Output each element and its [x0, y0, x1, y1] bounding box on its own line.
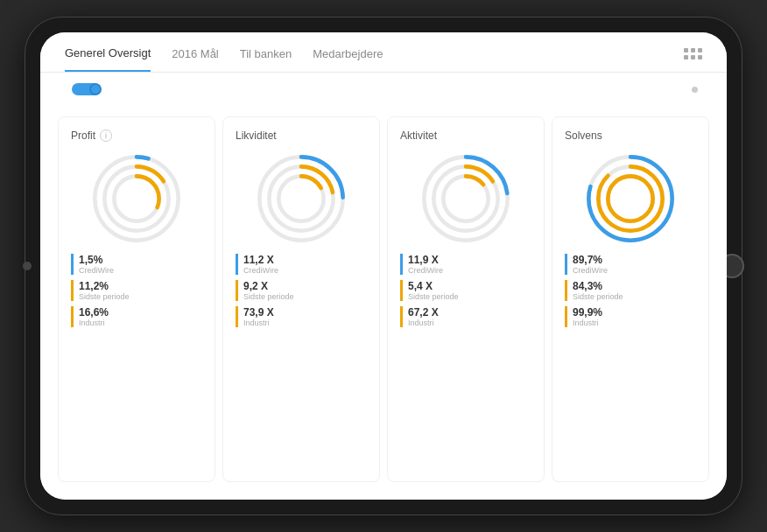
card-title-text: Likviditet [236, 130, 277, 142]
metric-row: 89,7%CrediWire [565, 254, 696, 275]
period-bar [40, 102, 727, 113]
metric-row: 99,9%Industri [565, 306, 696, 327]
tab-generel-oversigt[interactable]: Generel Oversigt [65, 46, 151, 72]
tablet-screen: Generel Oversigt 2016 Mål Til banken Med… [40, 32, 727, 500]
metric-row: 67,2 XIndustri [400, 306, 531, 327]
card-title: Likviditet [236, 130, 277, 142]
donut-container [400, 150, 531, 247]
card-title: Profiti [71, 130, 112, 142]
metric-label: Sidste periode [573, 292, 696, 301]
donut-chart [88, 150, 185, 247]
card-title-text: Profit [71, 130, 95, 142]
toolbar [40, 73, 727, 102]
metric-row: 5,4 XSidste periode [400, 280, 531, 301]
metric-value: 16,6% [79, 306, 202, 318]
app-screen: Generel Oversigt 2016 Mål Til banken Med… [40, 32, 727, 500]
svg-point-0 [95, 157, 178, 240]
metrics: 11,9 XCrediWire5,4 XSidste periode67,2 X… [400, 254, 531, 327]
metric-row: 1,5%CrediWire [71, 254, 202, 275]
grid-dot [684, 55, 688, 60]
metrics: 1,5%CrediWire11,2%Sidste periode16,6%Ind… [71, 254, 202, 327]
grid-dot [691, 55, 695, 60]
info-icon[interactable]: i [100, 130, 112, 142]
metric-label: Industri [573, 318, 696, 327]
metric-value: 11,2 X [243, 254, 367, 266]
metric-row: 11,2 XCrediWire [236, 254, 367, 275]
donut-chart [418, 150, 514, 247]
metric-value: 67,2 X [408, 306, 531, 318]
metric-row: 84,3%Sidste periode [565, 280, 696, 301]
grid-dot [698, 55, 702, 60]
timeline-toggle[interactable] [72, 83, 100, 95]
donut-chart [582, 150, 679, 247]
metric-label: Sidste periode [79, 292, 202, 301]
metric-row: 16,6%Industri [71, 306, 202, 327]
tablet-frame: Generel Oversigt 2016 Mål Til banken Med… [25, 17, 742, 515]
grid-dot [691, 48, 695, 52]
metric-row: 73,9 XIndustri [236, 306, 367, 327]
card-likviditet: Likviditet11,2 XCrediWire9,2 XSidste per… [222, 116, 380, 482]
card-title: Aktivitet [400, 130, 437, 142]
metric-value: 1,5% [79, 254, 202, 266]
metric-label: Industri [79, 318, 202, 327]
metric-row: 11,9 XCrediWire [400, 254, 531, 275]
metric-label: Sidste periode [408, 292, 531, 301]
metric-value: 11,9 X [408, 254, 531, 266]
metric-label: CrediWire [243, 266, 367, 275]
card-solvens: Solvens89,7%CrediWire84,3%Sidste periode… [552, 116, 709, 482]
metric-value: 84,3% [573, 280, 696, 292]
metric-label: Industri [243, 318, 367, 327]
donut-container [71, 150, 202, 247]
easy-view-dot [692, 87, 698, 93]
tab-medarbejdere[interactable]: Medarbejdere [313, 47, 383, 71]
tab-2016-maal[interactable]: 2016 Mål [172, 47, 218, 71]
metric-label: CrediWire [573, 266, 696, 275]
grid-dot [698, 48, 702, 52]
metric-row: 9,2 XSidste periode [236, 280, 367, 301]
card-title-text: Aktivitet [400, 130, 437, 142]
metric-value: 99,9% [573, 306, 696, 318]
metric-value: 89,7% [573, 254, 696, 266]
toggle-knob [89, 83, 102, 95]
metrics: 11,2 XCrediWire9,2 XSidste periode73,9 X… [236, 254, 367, 327]
card-profit: Profiti1,5%CrediWire11,2%Sidste periode1… [58, 116, 215, 482]
easy-view[interactable] [692, 87, 702, 93]
metric-value: 73,9 X [243, 306, 367, 318]
donut-container [565, 150, 696, 247]
metric-label: CrediWire [79, 266, 202, 275]
side-button[interactable] [23, 262, 32, 270]
card-aktivitet: Aktivitet11,9 XCrediWire5,4 XSidste peri… [387, 116, 545, 482]
metric-value: 11,2% [79, 280, 202, 292]
tab-til-banken[interactable]: Til banken [240, 47, 292, 71]
card-title-text: Solvens [565, 130, 602, 142]
donut-chart [253, 150, 349, 247]
metrics: 89,7%CrediWire84,3%Sidste periode99,9%In… [565, 254, 696, 327]
cards-grid: Profiti1,5%CrediWire11,2%Sidste periode1… [40, 113, 727, 500]
metric-label: Sidste periode [243, 292, 367, 301]
metric-value: 9,2 X [243, 280, 367, 292]
metric-row: 11,2%Sidste periode [71, 280, 202, 301]
metric-label: CrediWire [408, 266, 531, 275]
grid-icon[interactable] [684, 48, 702, 70]
card-title: Solvens [565, 130, 602, 142]
svg-point-23 [608, 176, 652, 220]
donut-container [236, 150, 367, 247]
nav-tabs: Generel Oversigt 2016 Mål Til banken Med… [40, 32, 727, 73]
metric-value: 5,4 X [408, 280, 531, 292]
grid-dot [684, 48, 688, 52]
metric-label: Industri [408, 318, 531, 327]
